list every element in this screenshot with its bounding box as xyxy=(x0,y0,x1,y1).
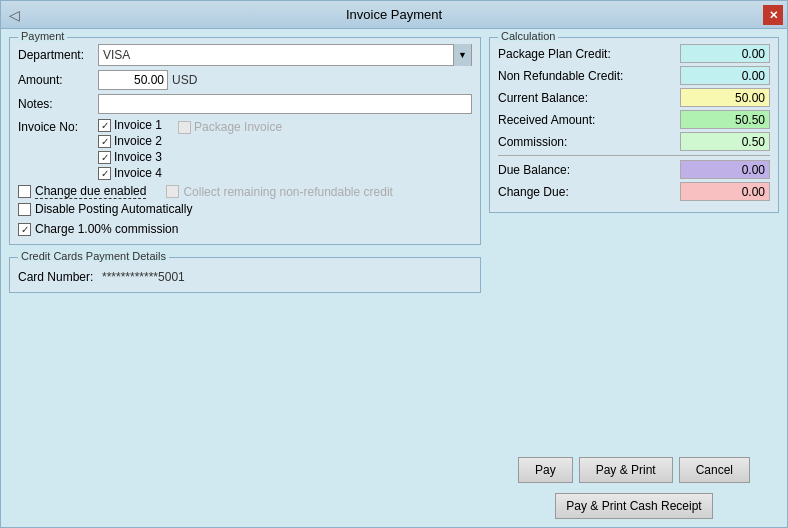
title-bar: ◁ Invoice Payment ✕ xyxy=(1,1,787,29)
disable-posting-row: Disable Posting Automatically xyxy=(18,202,472,216)
commission-calc-row: Commission: 0.50 xyxy=(498,132,770,151)
due-balance-label: Due Balance: xyxy=(498,163,680,177)
amount-label: Amount: xyxy=(18,73,98,87)
non-refundable-credit-label: Non Refundable Credit: xyxy=(498,69,680,83)
left-panel: Payment Department: VISA ▼ Amount: USD xyxy=(9,37,481,519)
commission-row: Charge 1.00% commission xyxy=(18,222,472,236)
commission-checkbox[interactable] xyxy=(18,223,31,236)
package-invoice-col: Package Invoice xyxy=(178,118,282,180)
card-number-value: ************5001 xyxy=(102,270,185,284)
card-number-row: Card Number: ************5001 xyxy=(18,270,472,284)
collect-remaining-label: Collect remaining non-refundable credit xyxy=(183,185,392,199)
current-balance-label: Current Balance: xyxy=(498,91,680,105)
payment-group-label: Payment xyxy=(18,30,67,42)
disable-posting-label: Disable Posting Automatically xyxy=(35,202,192,216)
change-due-checkbox[interactable] xyxy=(18,185,31,198)
received-amount-value: 50.50 xyxy=(680,110,770,129)
due-balance-row: Due Balance: 0.00 xyxy=(498,160,770,179)
primary-buttons-row: Pay Pay & Print Cancel xyxy=(518,457,750,483)
notes-row: Notes: xyxy=(18,94,472,114)
invoice4-label: Invoice 4 xyxy=(114,166,162,180)
calculation-label: Calculation xyxy=(498,30,558,42)
notes-input[interactable] xyxy=(98,94,472,114)
secondary-buttons-row: Pay & Print Cash Receipt xyxy=(555,493,712,519)
department-label: Department: xyxy=(18,48,98,62)
currency-label: USD xyxy=(172,73,197,87)
invoice-no-label: Invoice No: xyxy=(18,118,98,134)
invoice4-checkbox[interactable] xyxy=(98,167,111,180)
invoice1-label: Invoice 1 xyxy=(114,118,162,132)
invoice3-checkbox[interactable] xyxy=(98,151,111,164)
package-invoice-checkbox[interactable] xyxy=(178,121,191,134)
current-balance-value: 50.00 xyxy=(680,88,770,107)
non-refundable-credit-value: 0.00 xyxy=(680,66,770,85)
change-due-calc-value: 0.00 xyxy=(680,182,770,201)
current-balance-row: Current Balance: 50.00 xyxy=(498,88,770,107)
invoice-section: Invoice No: Invoice 1 Invoice 2 xyxy=(18,118,472,180)
commission-label: Charge 1.00% commission xyxy=(35,222,178,236)
collect-remaining-checkbox[interactable] xyxy=(166,185,179,198)
main-content: Payment Department: VISA ▼ Amount: USD xyxy=(1,29,787,527)
due-balance-value: 0.00 xyxy=(680,160,770,179)
cancel-button[interactable]: Cancel xyxy=(679,457,750,483)
close-button[interactable]: ✕ xyxy=(763,5,783,25)
amount-input-group: USD xyxy=(98,70,197,90)
disable-posting-checkbox[interactable] xyxy=(18,203,31,216)
credit-cards-label: Credit Cards Payment Details xyxy=(18,250,169,262)
back-icon[interactable]: ◁ xyxy=(9,7,29,23)
amount-input[interactable] xyxy=(98,70,168,90)
invoice2-label: Invoice 2 xyxy=(114,134,162,148)
change-due-calc-row: Change Due: 0.00 xyxy=(498,182,770,201)
package-plan-credit-value: 0.00 xyxy=(680,44,770,63)
list-item: Invoice 3 xyxy=(98,150,162,164)
list-item: Invoice 1 xyxy=(98,118,162,132)
package-invoice-item: Package Invoice xyxy=(178,120,282,134)
pay-print-button[interactable]: Pay & Print xyxy=(579,457,673,483)
commission-calc-value: 0.50 xyxy=(680,132,770,151)
non-refundable-credit-row: Non Refundable Credit: 0.00 xyxy=(498,66,770,85)
invoice-columns: Invoice 1 Invoice 2 Invoice 3 xyxy=(98,118,282,180)
received-amount-label: Received Amount: xyxy=(498,113,680,127)
payment-group: Payment Department: VISA ▼ Amount: USD xyxy=(9,37,481,245)
pay-print-cash-button[interactable]: Pay & Print Cash Receipt xyxy=(555,493,712,519)
calc-divider xyxy=(498,155,770,156)
pay-button[interactable]: Pay xyxy=(518,457,573,483)
calculation-group: Calculation Package Plan Credit: 0.00 No… xyxy=(489,37,779,213)
invoice2-checkbox[interactable] xyxy=(98,135,111,148)
package-plan-credit-row: Package Plan Credit: 0.00 xyxy=(498,44,770,63)
department-row: Department: VISA ▼ xyxy=(18,44,472,66)
credit-cards-group: Credit Cards Payment Details Card Number… xyxy=(9,257,481,293)
change-due-label[interactable]: Change due enabled xyxy=(35,184,146,199)
commission-calc-label: Commission: xyxy=(498,135,680,149)
department-value: VISA xyxy=(99,48,453,62)
department-select[interactable]: VISA ▼ xyxy=(98,44,472,66)
list-item: Invoice 2 xyxy=(98,134,162,148)
notes-label: Notes: xyxy=(18,97,98,111)
list-item: Invoice 4 xyxy=(98,166,162,180)
invoice1-checkbox[interactable] xyxy=(98,119,111,132)
card-number-label: Card Number: xyxy=(18,270,98,284)
bottom-buttons: Pay Pay & Print Cancel Pay & Print Cash … xyxy=(489,445,779,519)
amount-row: Amount: USD xyxy=(18,70,472,90)
right-panel: Calculation Package Plan Credit: 0.00 No… xyxy=(489,37,779,519)
invoice3-label: Invoice 3 xyxy=(114,150,162,164)
received-amount-row: Received Amount: 50.50 xyxy=(498,110,770,129)
window-title: Invoice Payment xyxy=(346,7,442,22)
change-due-calc-label: Change Due: xyxy=(498,185,680,199)
package-plan-credit-label: Package Plan Credit: xyxy=(498,47,680,61)
invoice-payment-window: ◁ Invoice Payment ✕ Payment Department: … xyxy=(0,0,788,528)
package-invoice-label: Package Invoice xyxy=(194,120,282,134)
invoice-list: Invoice 1 Invoice 2 Invoice 3 xyxy=(98,118,162,180)
department-dropdown-arrow[interactable]: ▼ xyxy=(453,44,471,66)
change-due-row: Change due enabled Collect remaining non… xyxy=(18,184,472,199)
